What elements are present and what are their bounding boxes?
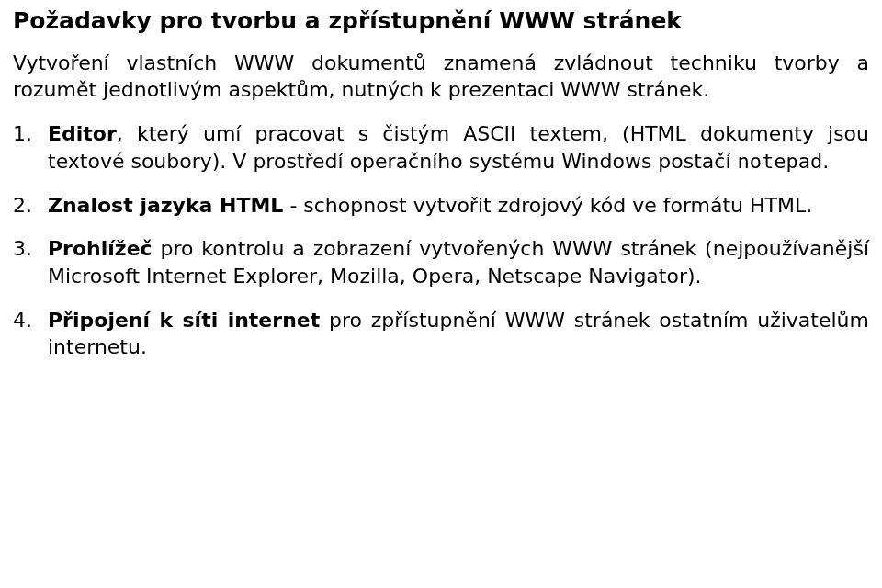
page-title: Požadavky pro tvorbu a zpřístupnění WWW … (13, 6, 869, 37)
requirements-list: 1. Editor, který umí pracovat s čistým A… (13, 120, 869, 361)
item-number: 4. (13, 307, 40, 334)
item-lead: Znalost jazyka HTML (48, 194, 283, 217)
item-text: pro kontrolu a zobrazení vytvořených WWW… (48, 237, 869, 288)
list-item: 1. Editor, který umí pracovat s čistým A… (13, 120, 869, 175)
item-text: - schopnost vytvořit zdrojový kód ve for… (283, 194, 812, 217)
item-lead: Připojení k síti internet (48, 309, 320, 332)
document-page: Požadavky pro tvorbu a zpřístupnění WWW … (0, 0, 882, 387)
list-item: 4. Připojení k síti internet pro zpřístu… (13, 307, 869, 361)
item-number: 3. (13, 235, 40, 263)
item-text-after: . (822, 150, 829, 173)
item-number: 1. (13, 120, 40, 148)
item-lead: Editor (48, 122, 117, 145)
list-item: 3. Prohlížeč pro kontrolu a zobrazení vy… (13, 235, 869, 289)
item-number: 2. (13, 192, 40, 220)
intro-paragraph: Vytvoření vlastních WWW dokumentů znamen… (13, 50, 869, 104)
item-lead: Prohlížeč (48, 237, 153, 260)
list-item: 2. Znalost jazyka HTML - schopnost vytvo… (13, 192, 869, 220)
item-mono: notepad (738, 150, 823, 173)
